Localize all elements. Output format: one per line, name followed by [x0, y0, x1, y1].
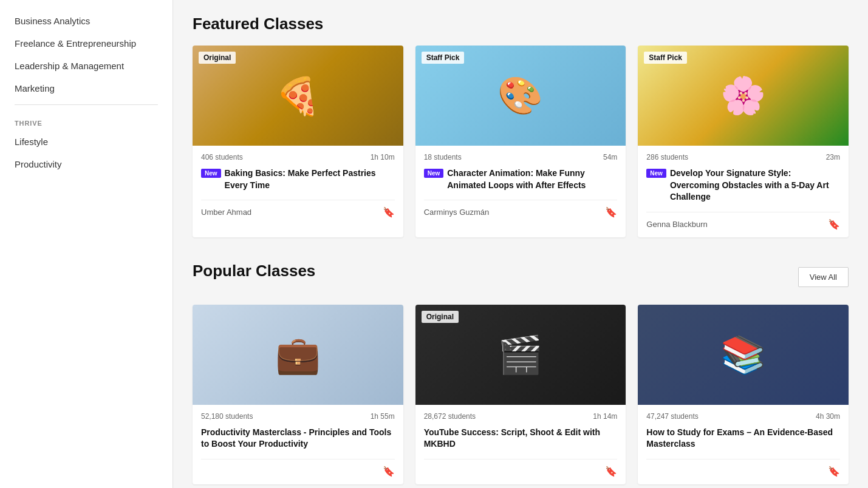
card-thumbnail-youtube-success: Original — [415, 305, 626, 405]
card-badge-signature-style: Staff Pick — [644, 52, 687, 64]
card-body-youtube-success: 28,672 students1h 14mYouTube Success: Sc… — [415, 405, 626, 484]
card-thumbnail-character-animation: Staff Pick — [415, 46, 626, 146]
sidebar-item-leadership-management[interactable]: Leadership & Management — [0, 55, 173, 77]
card-students-productivity-masterclass: 52,180 students — [201, 412, 253, 421]
card-footer-youtube-success: 🔖 — [424, 459, 618, 477]
sidebar-item-freelance-entrepreneurship[interactable]: Freelance & Entrepreneurship — [0, 32, 173, 55]
card-body-baking-basics: 406 students1h 10mNewBaking Basics: Make… — [193, 146, 403, 225]
card-students-baking-basics: 406 students — [201, 153, 243, 161]
card-baking-basics[interactable]: Original406 students1h 10mNewBaking Basi… — [193, 46, 403, 237]
card-author-character-animation: Carminys Guzmán — [424, 208, 490, 217]
sidebar-item-business-analytics[interactable]: Business Analytics — [0, 10, 173, 32]
new-badge-character-animation: New — [424, 169, 444, 178]
card-duration-study-exams: 4h 30m — [816, 412, 840, 421]
bookmark-icon-baking-basics[interactable]: 🔖 — [383, 206, 395, 218]
card-title-youtube-success: YouTube Success: Script, Shoot & Edit wi… — [424, 427, 618, 450]
sidebar: Business AnalyticsFreelance & Entreprene… — [0, 0, 173, 488]
card-duration-productivity-masterclass: 1h 55m — [371, 412, 395, 421]
bookmark-icon-productivity-masterclass[interactable]: 🔖 — [383, 466, 395, 477]
card-thumbnail-baking-basics: Original — [193, 46, 403, 146]
card-duration-signature-style: 23m — [826, 153, 840, 161]
view-all-button[interactable]: View All — [798, 267, 849, 287]
featured-cards-grid: Original406 students1h 10mNewBaking Basi… — [193, 46, 849, 237]
popular-section-title: Popular Classes — [193, 262, 315, 280]
card-title-productivity-masterclass: Productivity Masterclass - Principles an… — [201, 427, 395, 450]
card-title-row-productivity-masterclass: Productivity Masterclass - Principles an… — [201, 427, 395, 450]
card-badge-youtube-success: Original — [422, 311, 459, 323]
card-students-youtube-success: 28,672 students — [424, 412, 476, 421]
card-duration-youtube-success: 1h 14m — [593, 412, 617, 421]
card-students-character-animation: 18 students — [424, 153, 462, 161]
card-author-signature-style: Genna Blackburn — [646, 220, 707, 229]
card-meta-character-animation: 18 students54m — [424, 153, 618, 161]
card-title-study-exams: How to Study for Exams – An Evidence-Bas… — [646, 427, 840, 450]
card-thumbnail-study-exams — [638, 305, 849, 405]
new-badge-baking-basics: New — [201, 169, 221, 178]
card-body-signature-style: 286 students23mNewDevelop Your Signature… — [638, 146, 849, 237]
thrive-section-header: THRIVE — [0, 110, 173, 130]
card-title-signature-style: Develop Your Signature Style: Overcoming… — [670, 168, 840, 203]
card-thumbnail-productivity-masterclass — [193, 305, 403, 405]
bookmark-icon-signature-style[interactable]: 🔖 — [828, 219, 840, 230]
card-students-signature-style: 286 students — [646, 153, 688, 161]
card-meta-youtube-success: 28,672 students1h 14m — [424, 412, 618, 421]
sidebar-item-productivity[interactable]: Productivity — [0, 153, 173, 175]
card-meta-baking-basics: 406 students1h 10m — [201, 153, 395, 161]
bookmark-icon-study-exams[interactable]: 🔖 — [828, 466, 840, 477]
card-meta-signature-style: 286 students23m — [646, 153, 840, 161]
card-badge-character-animation: Staff Pick — [422, 52, 465, 64]
card-badge-baking-basics: Original — [199, 52, 236, 64]
card-meta-study-exams: 47,247 students4h 30m — [646, 412, 840, 421]
card-title-row-study-exams: How to Study for Exams – An Evidence-Bas… — [646, 427, 840, 450]
featured-section-title: Featured Classes — [193, 15, 849, 33]
card-title-row-character-animation: NewCharacter Animation: Make Funny Anima… — [424, 168, 618, 191]
new-badge-signature-style: New — [646, 169, 666, 178]
card-body-character-animation: 18 students54mNewCharacter Animation: Ma… — [415, 146, 626, 225]
card-productivity-masterclass[interactable]: 52,180 students1h 55mProductivity Master… — [193, 305, 403, 484]
card-duration-character-animation: 54m — [603, 153, 617, 161]
card-signature-style[interactable]: Staff Pick286 students23mNewDevelop Your… — [638, 46, 849, 237]
card-duration-baking-basics: 1h 10m — [371, 153, 395, 161]
card-title-character-animation: Character Animation: Make Funny Animated… — [447, 168, 617, 191]
bookmark-icon-youtube-success[interactable]: 🔖 — [605, 466, 617, 477]
card-youtube-success[interactable]: Original28,672 students1h 14mYouTube Suc… — [415, 305, 626, 484]
card-body-productivity-masterclass: 52,180 students1h 55mProductivity Master… — [193, 405, 403, 484]
card-title-row-baking-basics: NewBaking Basics: Make Perfect Pastries … — [201, 168, 395, 191]
card-footer-signature-style: Genna Blackburn🔖 — [646, 212, 840, 230]
card-footer-productivity-masterclass: 🔖 — [201, 459, 395, 477]
card-title-row-youtube-success: YouTube Success: Script, Shoot & Edit wi… — [424, 427, 618, 450]
popular-cards-grid: 52,180 students1h 55mProductivity Master… — [193, 305, 849, 484]
card-meta-productivity-masterclass: 52,180 students1h 55m — [201, 412, 395, 421]
card-study-exams[interactable]: 47,247 students4h 30mHow to Study for Ex… — [638, 305, 849, 484]
card-thumbnail-signature-style: Staff Pick — [638, 46, 849, 146]
sidebar-item-marketing[interactable]: Marketing — [0, 77, 173, 100]
card-character-animation[interactable]: Staff Pick18 students54mNewCharacter Ani… — [415, 46, 626, 237]
card-title-row-signature-style: NewDevelop Your Signature Style: Overcom… — [646, 168, 840, 203]
popular-section-header: Popular Classes View All — [193, 262, 849, 293]
card-students-study-exams: 47,247 students — [646, 412, 698, 421]
main-content: Featured Classes Original406 students1h … — [173, 0, 868, 488]
card-body-study-exams: 47,247 students4h 30mHow to Study for Ex… — [638, 405, 849, 484]
sidebar-divider — [15, 104, 158, 105]
card-footer-character-animation: Carminys Guzmán🔖 — [424, 200, 618, 218]
card-footer-study-exams: 🔖 — [646, 459, 840, 477]
sidebar-item-lifestyle[interactable]: Lifestyle — [0, 130, 173, 153]
card-title-baking-basics: Baking Basics: Make Perfect Pastries Eve… — [225, 168, 395, 191]
card-footer-baking-basics: Umber Ahmad🔖 — [201, 200, 395, 218]
bookmark-icon-character-animation[interactable]: 🔖 — [605, 206, 617, 218]
card-author-baking-basics: Umber Ahmad — [201, 208, 251, 217]
